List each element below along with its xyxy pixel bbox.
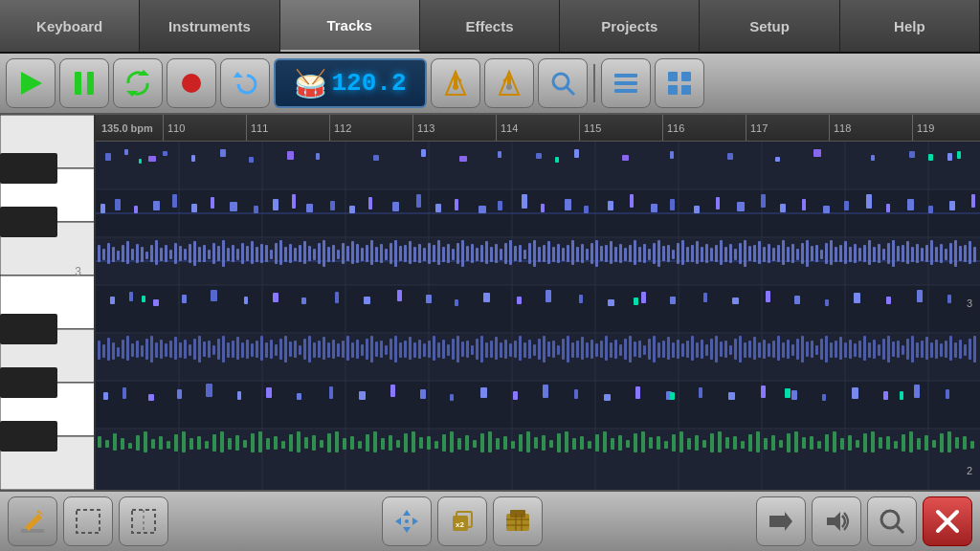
volume-button[interactable] [812, 496, 861, 546]
metronome-button-1[interactable] [431, 58, 480, 108]
pause-button[interactable] [59, 58, 109, 108]
tab-tracks[interactable]: Tracks [280, 0, 420, 52]
svg-rect-507 [858, 341, 861, 358]
record-button[interactable] [167, 58, 216, 108]
svg-rect-395 [323, 337, 325, 360]
svg-rect-68 [287, 151, 294, 160]
svg-rect-619 [519, 434, 523, 452]
svg-rect-481 [734, 339, 737, 360]
svg-rect-135 [107, 243, 110, 264]
svg-rect-519 [916, 342, 919, 358]
svg-rect-480 [729, 345, 732, 355]
svg-rect-400 [346, 336, 349, 361]
svg-rect-72 [459, 156, 467, 162]
svg-rect-286 [830, 240, 833, 265]
play-button[interactable] [6, 58, 56, 108]
svg-rect-203 [433, 245, 435, 262]
select-box-button-2[interactable] [119, 496, 168, 546]
tab-projects[interactable]: Projects [560, 0, 700, 52]
svg-rect-120 [737, 202, 745, 211]
tab-help[interactable]: Help [840, 0, 980, 52]
svg-rect-289 [844, 241, 847, 264]
svg-marker-702 [827, 512, 840, 531]
svg-rect-256 [686, 247, 689, 262]
svg-rect-138 [122, 245, 124, 262]
svg-rect-440 [538, 339, 541, 360]
tab-setup[interactable]: Setup [700, 0, 839, 52]
tab-instruments[interactable]: Instruments [140, 0, 279, 52]
tab-effects[interactable]: Effects [420, 0, 560, 52]
svg-rect-559 [914, 385, 920, 398]
close-button[interactable] [923, 496, 972, 546]
svg-rect-225 [538, 247, 541, 262]
svg-rect-227 [547, 241, 550, 264]
svg-rect-103 [368, 197, 372, 209]
svg-rect-444 [557, 345, 560, 355]
svg-rect-298 [887, 243, 890, 264]
svg-rect-214 [485, 241, 488, 264]
metronome-button-2[interactable] [484, 58, 534, 108]
svg-rect-560 [946, 389, 949, 399]
tracks-grid[interactable]: 3 2 [96, 142, 980, 490]
svg-rect-95 [211, 197, 214, 209]
svg-rect-391 [303, 339, 306, 360]
svg-rect-409 [390, 339, 392, 360]
svg-rect-532 [103, 392, 108, 400]
move-button[interactable] [382, 496, 432, 546]
svg-rect-292 [858, 248, 861, 261]
svg-rect-35 [0, 421, 57, 452]
svg-rect-167 [260, 244, 263, 263]
undo-button[interactable] [220, 58, 270, 108]
arrow-button[interactable] [756, 496, 806, 546]
svg-rect-600 [373, 431, 377, 452]
svg-rect-330 [483, 293, 490, 302]
svg-rect-275 [777, 245, 780, 262]
svg-rect-78 [727, 153, 733, 160]
list-view-button[interactable] [601, 58, 651, 108]
svg-rect-93 [172, 194, 177, 208]
svg-rect-199 [413, 247, 416, 262]
svg-rect-94 [191, 204, 197, 212]
svg-rect-609 [442, 434, 446, 452]
svg-rect-64 [163, 151, 167, 156]
svg-rect-540 [329, 386, 333, 399]
paste-button[interactable] [493, 496, 543, 546]
svg-rect-452 [595, 343, 598, 357]
svg-rect-87 [957, 151, 961, 159]
svg-rect-572 [159, 436, 163, 450]
edit-pencil-button[interactable] [8, 496, 57, 546]
svg-rect-304 [916, 244, 919, 263]
bpm-display[interactable]: 🥁 120.2 [274, 58, 427, 108]
ruler-119: 119 [912, 115, 980, 141]
svg-rect-134 [102, 249, 105, 260]
svg-rect-344 [917, 290, 923, 302]
svg-rect-171 [279, 240, 282, 265]
quantize-button[interactable] [867, 496, 917, 546]
svg-rect-606 [419, 437, 423, 449]
svg-rect-659 [825, 434, 829, 452]
copy-button[interactable]: x2 [437, 496, 487, 546]
svg-rect-318 [129, 292, 133, 301]
svg-rect-437 [523, 342, 526, 358]
svg-rect-423 [457, 336, 459, 363]
svg-rect-379 [246, 340, 249, 359]
svg-rect-141 [136, 244, 139, 263]
tab-keyboard[interactable]: Keyboard [0, 0, 140, 52]
loop-button[interactable] [113, 58, 163, 108]
svg-rect-570 [144, 431, 147, 452]
svg-rect-681 [21, 529, 44, 533]
svg-rect-34 [0, 367, 57, 398]
svg-rect-435 [514, 341, 517, 358]
svg-rect-293 [863, 245, 866, 262]
svg-rect-644 [710, 433, 714, 452]
svg-rect-383 [265, 342, 268, 358]
svg-rect-457 [619, 344, 622, 356]
select-box-button-1[interactable] [63, 496, 113, 546]
svg-rect-537 [237, 391, 241, 400]
grid-view-button[interactable] [655, 58, 704, 108]
svg-rect-280 [801, 243, 804, 264]
svg-rect-353 [122, 340, 124, 359]
svg-rect-118 [694, 206, 700, 213]
track-area[interactable]: 135.0 bpm 110 111 112 113 114 115 116 11… [96, 115, 980, 490]
search-button[interactable] [538, 58, 588, 108]
